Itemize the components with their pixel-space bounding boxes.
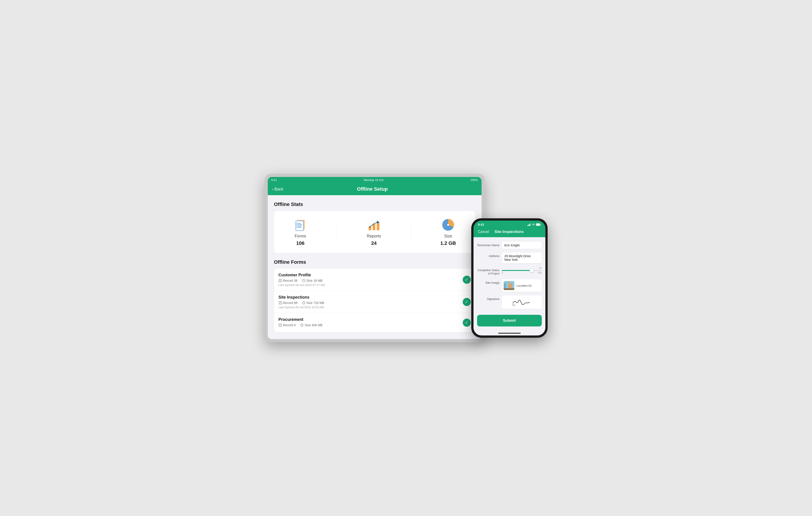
submit-button[interactable]: Submit	[477, 315, 542, 326]
record-icon-2: Record 9	[279, 323, 296, 327]
back-label: Back	[274, 187, 284, 192]
phone-time: 9:41	[478, 223, 484, 226]
reports-value: 24	[371, 240, 376, 246]
phone-status-bar: 9:41	[473, 221, 545, 228]
svg-line-37	[302, 325, 302, 326]
offline-forms-title: Offline Forms	[274, 259, 475, 265]
synced-check-0: ✓	[463, 276, 471, 284]
address-label: Address	[477, 252, 499, 258]
reports-icon	[367, 218, 381, 232]
site-image-box[interactable]: Location-01	[502, 279, 542, 292]
cancel-button[interactable]: Cancel	[478, 230, 489, 234]
form-sync-0: Last Synced 18-Jun-2023 07:17 AM	[279, 283, 325, 287]
phone-nav-bar: Cancel Site Inspections	[473, 228, 545, 237]
svg-rect-7	[296, 223, 297, 224]
form-item-meta: Record 9 Size 406 MB	[279, 323, 323, 327]
technician-name-input[interactable]: Eric Knight	[502, 242, 542, 249]
technician-name-label: Technician Name	[477, 242, 499, 247]
slider-max: 100	[538, 271, 542, 274]
slider-min: 0	[502, 271, 503, 274]
slider-thumb[interactable]	[530, 268, 534, 272]
size-icon-0: Size 18 MB	[302, 279, 323, 282]
size-icon-2: Size 406 MB	[300, 323, 322, 327]
synced-check-2: ✓	[463, 319, 471, 327]
svg-rect-54	[507, 281, 511, 282]
svg-rect-3	[297, 223, 301, 224]
site-image-row: Site Image	[477, 279, 542, 292]
phone: 9:41	[471, 218, 548, 338]
address-row: Address 29 Moonlight Drive New York	[477, 252, 542, 263]
svg-rect-47	[508, 283, 513, 288]
phone-home-bar	[473, 331, 545, 335]
form-sync-1: Last Synced 26-Jul-2023 10:23 AM	[279, 305, 324, 309]
signature-label: Signature	[477, 295, 499, 301]
size-stat: Size 1.2 GB	[440, 218, 456, 246]
svg-rect-52	[504, 287, 506, 287]
tablet: 9:41 Monday 16 Oct 100% ‹ Back Offline S…	[265, 174, 485, 342]
form-item-meta: Record 89 Size 720 MB	[279, 301, 324, 305]
form-item-meta: Record 36 Size 18 MB	[279, 279, 325, 282]
svg-rect-5	[297, 226, 302, 226]
form-item-details: Customer Profile Record 36 Size 18 MB	[279, 273, 325, 287]
chevron-left-icon: ‹	[272, 187, 273, 192]
tablet-nav-bar: ‹ Back Offline Setup	[268, 183, 482, 195]
phone-status-right	[527, 223, 541, 226]
svg-rect-44	[536, 224, 540, 225]
site-image-thumbnail	[503, 281, 514, 290]
list-item[interactable]: Site Inspections Record 89 Size 720 MB	[274, 291, 475, 313]
size-value: 1.2 GB	[440, 240, 456, 246]
reports-stat: Reports 24	[367, 218, 381, 246]
svg-line-30	[304, 303, 304, 303]
forms-value: 106	[296, 240, 304, 246]
svg-rect-8	[296, 224, 297, 225]
svg-rect-41	[530, 223, 531, 226]
svg-point-16	[447, 224, 449, 226]
record-icon-0: Record 36	[279, 279, 298, 282]
phone-nav-title: Site Inspections	[494, 229, 524, 234]
signature-svg	[508, 297, 535, 308]
reports-label: Reports	[367, 234, 381, 239]
forms-list: Customer Profile Record 36 Size 18 MB	[274, 269, 475, 332]
size-icon-1: Size 720 MB	[302, 301, 324, 305]
svg-rect-6	[297, 227, 301, 228]
forms-icon	[293, 218, 308, 232]
slider-track[interactable]	[502, 270, 542, 271]
record-icon-1: Record 89	[279, 301, 298, 305]
completion-label: Completion Status of Project	[477, 267, 499, 276]
technician-name-row: Technician Name Eric Knight	[477, 242, 542, 249]
tablet-nav-title: Offline Setup	[284, 186, 461, 192]
list-item[interactable]: Procurement Record 9 Size 406 MB	[274, 313, 475, 332]
tablet-date: Monday 16 Oct	[364, 178, 383, 182]
forms-label: Forms	[295, 234, 306, 239]
form-item-details: Procurement Record 9 Size 406 MB	[279, 317, 323, 328]
signature-box[interactable]	[502, 295, 542, 309]
form-item-name: Site Inspections	[279, 295, 324, 300]
signature-row: Signature	[477, 295, 542, 309]
address-line2: New York	[504, 258, 539, 262]
tablet-time: 9:41	[271, 178, 277, 182]
home-indicator	[498, 333, 521, 334]
svg-rect-51	[504, 286, 506, 286]
form-item-name: Customer Profile	[279, 273, 325, 277]
tablet-content: Offline Stats	[268, 195, 482, 339]
divider-1	[337, 223, 337, 241]
size-icon	[441, 218, 455, 232]
svg-rect-4	[297, 224, 302, 225]
svg-line-23	[304, 280, 304, 281]
site-image-name: Location-01	[517, 284, 532, 287]
address-input[interactable]: 29 Moonlight Drive New York	[502, 252, 542, 263]
size-label: Size	[444, 234, 452, 239]
slider-labels: 0 100	[502, 271, 542, 274]
svg-rect-39	[528, 224, 529, 226]
list-item[interactable]: Customer Profile Record 36 Size 18 MB	[274, 269, 475, 291]
tablet-screen: 9:41 Monday 16 Oct 100% ‹ Back Offline S…	[268, 177, 482, 339]
signal-icon	[527, 223, 531, 226]
back-button[interactable]: ‹ Back	[272, 187, 284, 192]
svg-rect-10	[296, 227, 297, 228]
wifi-icon	[532, 223, 535, 226]
completion-slider-container: 75 0 100	[502, 267, 542, 274]
site-image-label: Site Image	[477, 279, 499, 284]
form-item-details: Site Inspections Record 89 Size 720 MB	[279, 295, 324, 309]
slider-fill	[502, 270, 532, 271]
svg-rect-40	[529, 224, 530, 226]
